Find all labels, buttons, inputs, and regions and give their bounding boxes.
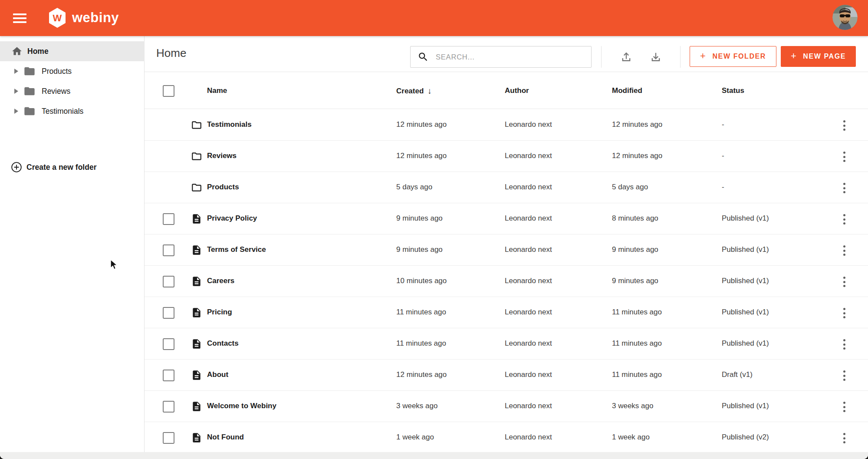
table-row[interactable]: Contacts 11 minutes ago Leonardo next 11… xyxy=(145,328,868,360)
table-row[interactable]: Welcome to Webiny 3 weeks ago Leonardo n… xyxy=(145,391,868,422)
table-row[interactable]: Products 5 days ago Leonardo next 5 days… xyxy=(145,172,868,203)
row-checkbox[interactable] xyxy=(163,338,174,350)
column-header-name[interactable]: Name xyxy=(207,86,227,95)
row-checkbox[interactable] xyxy=(163,276,174,287)
chevron-right-icon[interactable] xyxy=(14,89,18,94)
chevron-right-icon[interactable] xyxy=(14,109,18,114)
row-modified: 12 minutes ago xyxy=(612,152,662,160)
new-folder-button[interactable]: + NEW FOLDER xyxy=(690,46,776,67)
new-page-button[interactable]: + NEW PAGE xyxy=(781,46,856,67)
row-actions-menu-button[interactable] xyxy=(837,119,851,132)
webiny-logo[interactable]: W webiny xyxy=(49,8,119,28)
row-actions-menu-button[interactable] xyxy=(837,181,851,195)
row-modified: 9 minutes ago xyxy=(612,245,658,254)
row-name[interactable]: Products xyxy=(207,183,239,192)
sidebar-item-home[interactable]: Home xyxy=(0,41,145,61)
row-author: Leonardo next xyxy=(505,433,552,442)
row-status: - xyxy=(722,120,724,129)
row-actions-menu-button[interactable] xyxy=(837,212,851,226)
row-checkbox[interactable] xyxy=(163,213,174,225)
column-header-modified[interactable]: Modified xyxy=(612,86,642,95)
row-actions-menu-button[interactable] xyxy=(837,150,851,164)
row-name[interactable]: Pricing xyxy=(207,308,232,317)
row-name[interactable]: Privacy Policy xyxy=(207,214,257,223)
table-row[interactable]: Privacy Policy 9 minutes ago Leonardo ne… xyxy=(145,203,868,234)
row-status: Published (v1) xyxy=(722,214,769,223)
table-row[interactable]: Terms of Service 9 minutes ago Leonardo … xyxy=(145,234,868,266)
sidebar-folder-item[interactable]: Reviews xyxy=(0,81,145,101)
row-name[interactable]: Careers xyxy=(207,277,234,285)
row-created: 9 minutes ago xyxy=(396,245,443,254)
window-footer-strip xyxy=(0,452,868,459)
row-modified: 5 days ago xyxy=(612,183,648,192)
row-checkbox[interactable] xyxy=(163,432,174,444)
upload-icon xyxy=(620,51,632,63)
row-created: 5 days ago xyxy=(396,183,432,192)
export-download-button[interactable] xyxy=(647,48,664,66)
row-checkbox[interactable] xyxy=(163,370,174,381)
table-row[interactable]: Pricing 11 minutes ago Leonardo next 11 … xyxy=(145,297,868,328)
table-row[interactable]: About 12 minutes ago Leonardo next 11 mi… xyxy=(145,360,868,391)
table-row[interactable]: Testimonials 12 minutes ago Leonardo nex… xyxy=(145,109,868,141)
sidebar-folder-item[interactable]: Products xyxy=(0,61,145,81)
table-row[interactable]: Reviews 12 minutes ago Leonardo next 12 … xyxy=(145,141,868,172)
sort-descending-icon: ↓ xyxy=(427,86,432,96)
select-all-checkbox[interactable] xyxy=(163,85,174,97)
row-modified: 8 minutes ago xyxy=(612,214,658,223)
row-name[interactable]: Contacts xyxy=(207,339,239,348)
row-created: 12 minutes ago xyxy=(396,120,447,129)
row-actions-menu-button[interactable] xyxy=(837,337,851,351)
row-name[interactable]: About xyxy=(207,370,228,379)
column-header-status[interactable]: Status xyxy=(722,86,744,95)
row-created: 11 minutes ago xyxy=(396,339,446,348)
app-window: W webiny xyxy=(0,0,868,459)
import-upload-button[interactable] xyxy=(618,48,635,66)
row-actions-menu-button[interactable] xyxy=(837,244,851,258)
row-actions-menu-button[interactable] xyxy=(837,275,851,289)
column-header-created[interactable]: Created ↓ xyxy=(396,86,432,96)
page-document-icon xyxy=(191,244,202,256)
chevron-right-icon[interactable] xyxy=(14,69,18,74)
sidebar-folder-list: Products Reviews Testimonials xyxy=(0,61,145,121)
download-icon xyxy=(650,51,662,63)
sidebar-folder-item[interactable]: Testimonials xyxy=(0,101,145,121)
row-created: 11 minutes ago xyxy=(396,308,446,317)
row-modified: 11 minutes ago xyxy=(612,308,662,317)
table-row[interactable]: Careers 10 minutes ago Leonardo next 9 m… xyxy=(145,266,868,297)
row-status: Published (v2) xyxy=(722,433,769,442)
row-name[interactable]: Not Found xyxy=(207,433,244,442)
new-page-button-label: NEW PAGE xyxy=(803,53,846,60)
page-document-icon xyxy=(191,213,202,225)
row-checkbox[interactable] xyxy=(163,307,174,319)
row-status: Draft (v1) xyxy=(722,370,753,379)
row-modified: 11 minutes ago xyxy=(612,339,662,348)
row-actions-menu-button[interactable] xyxy=(837,400,851,414)
row-name[interactable]: Testimonials xyxy=(207,120,252,129)
page-document-icon xyxy=(191,276,202,287)
row-actions-menu-button[interactable] xyxy=(837,306,851,320)
top-app-bar: W webiny xyxy=(0,0,868,36)
row-checkbox[interactable] xyxy=(163,244,174,256)
search-input[interactable] xyxy=(436,53,579,61)
row-actions-menu-button[interactable] xyxy=(837,369,851,383)
row-status: Published (v1) xyxy=(722,402,769,410)
row-checkbox[interactable] xyxy=(163,401,174,413)
row-status: Published (v1) xyxy=(722,277,769,285)
row-name[interactable]: Reviews xyxy=(207,152,237,160)
row-name[interactable]: Terms of Service xyxy=(207,245,266,254)
hamburger-menu-icon[interactable] xyxy=(13,11,30,25)
row-actions-menu-button[interactable] xyxy=(837,431,851,445)
page-document-icon xyxy=(191,432,202,443)
create-new-folder-button[interactable]: Create a new folder xyxy=(0,157,145,177)
created-label: Created xyxy=(396,87,424,96)
row-name[interactable]: Welcome to Webiny xyxy=(207,402,276,410)
folder-tree-sidebar: Home Products Reviews Testimonials Creat… xyxy=(0,36,145,459)
row-author: Leonardo next xyxy=(505,402,552,410)
row-status: - xyxy=(722,183,724,192)
row-created: 1 week ago xyxy=(396,433,434,442)
column-header-author[interactable]: Author xyxy=(505,86,529,95)
table-row[interactable]: Not Found 1 week ago Leonardo next 1 wee… xyxy=(145,422,868,453)
row-status: Published (v1) xyxy=(722,339,769,348)
user-avatar[interactable] xyxy=(832,5,858,30)
sidebar-folder-label: Products xyxy=(42,67,72,76)
